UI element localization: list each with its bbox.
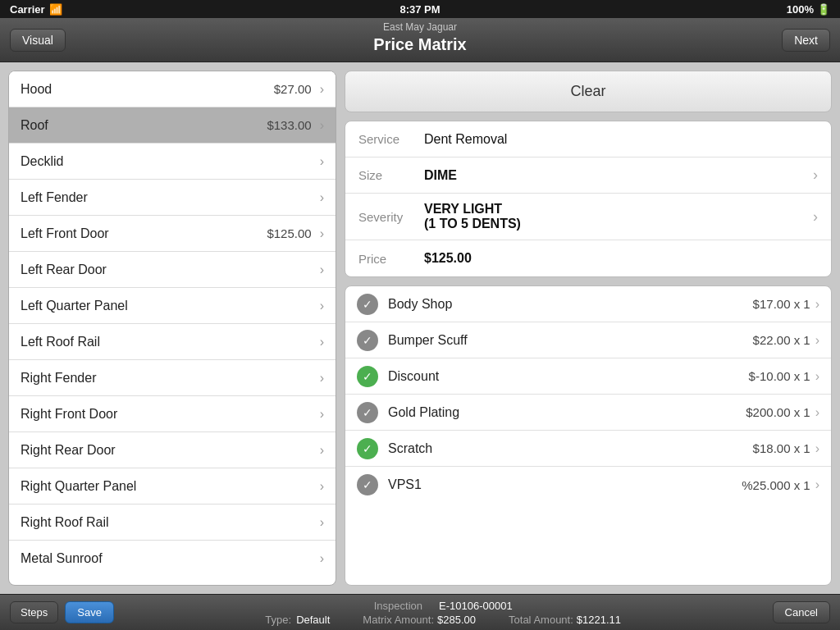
price-label: Price bbox=[358, 252, 424, 266]
service-row-service: Service Dent Removal bbox=[345, 121, 831, 158]
panel-item[interactable]: Right Roof Rail › bbox=[9, 504, 336, 541]
panel-item-label: Decklid bbox=[21, 154, 63, 169]
panel-item-label: Left Fender bbox=[21, 190, 88, 205]
size-label: Size bbox=[358, 168, 424, 182]
service-item-chevron-icon: › bbox=[815, 369, 819, 384]
service-item-price: $17.00 x 1 bbox=[753, 297, 810, 311]
service-row-severity[interactable]: Severity VERY LIGHT (1 TO 5 DENTS) › bbox=[345, 194, 831, 240]
service-item-price: $22.00 x 1 bbox=[753, 333, 810, 347]
panel-item-right: › bbox=[320, 407, 324, 422]
service-label: Service bbox=[358, 132, 424, 146]
service-item-chevron-icon: › bbox=[815, 333, 819, 348]
service-list-item[interactable]: ✓ Discount $-10.00 x 1 › bbox=[345, 358, 831, 395]
left-panel: Hood $27.00 › Roof $133.00 › Decklid › L… bbox=[8, 71, 336, 586]
panel-item[interactable]: Left Rear Door › bbox=[9, 252, 336, 288]
panel-item-chevron-icon: › bbox=[320, 335, 324, 349]
panel-item[interactable]: Left Quarter Panel › bbox=[9, 288, 336, 324]
panel-item-right: › bbox=[320, 371, 324, 386]
panel-item-label: Right Roof Rail bbox=[21, 515, 109, 530]
service-item-price: $-10.00 x 1 bbox=[749, 369, 810, 383]
type-value: Default bbox=[296, 614, 330, 626]
check-icon: ✓ bbox=[357, 366, 378, 387]
panel-item[interactable]: Metal Sunroof › bbox=[9, 541, 336, 577]
carrier-label: Carrier bbox=[10, 3, 45, 16]
panel-item[interactable]: Hood $27.00 › bbox=[9, 71, 336, 107]
check-icon: ✓ bbox=[357, 474, 378, 495]
panel-item-label: Left Front Door bbox=[21, 226, 109, 241]
panel-item-chevron-icon: › bbox=[320, 190, 324, 205]
panel-item-right: › bbox=[320, 262, 324, 277]
panel-item[interactable]: Left Fender › bbox=[9, 180, 336, 216]
visual-button[interactable]: Visual bbox=[10, 29, 66, 52]
panel-item-price: $133.00 bbox=[267, 118, 311, 132]
service-item-chevron-icon: › bbox=[815, 297, 819, 312]
panel-item[interactable]: Right Fender › bbox=[9, 360, 336, 396]
wifi-icon: 📶 bbox=[49, 3, 62, 16]
panel-item-right: › bbox=[320, 154, 324, 169]
bottom-center: Inspection E-10106-00001 Type: Default M… bbox=[114, 600, 773, 626]
service-row-size[interactable]: Size DIME › bbox=[345, 158, 831, 194]
inspection-label: Inspection bbox=[374, 600, 422, 612]
panel-item-chevron-icon: › bbox=[320, 371, 324, 386]
size-chevron-icon: › bbox=[813, 167, 818, 184]
panel-item[interactable]: Left Roof Rail › bbox=[9, 324, 336, 360]
panel-item-right: › bbox=[320, 190, 324, 205]
next-button[interactable]: Next bbox=[782, 29, 830, 52]
panel-item-label: Metal Sunroof bbox=[21, 551, 103, 566]
service-row-price: Price $125.00 bbox=[345, 240, 831, 276]
service-item-name: Body Shop bbox=[388, 297, 753, 312]
severity-chevron-icon: › bbox=[813, 208, 818, 226]
panel-item-chevron-icon: › bbox=[320, 299, 324, 313]
cancel-button[interactable]: Cancel bbox=[773, 601, 830, 623]
service-item-price: %25.000 x 1 bbox=[742, 478, 810, 492]
panel-item-right: › bbox=[320, 515, 324, 530]
panel-item-chevron-icon: › bbox=[320, 154, 324, 169]
severity-value: VERY LIGHT (1 TO 5 DENTS) bbox=[424, 202, 813, 231]
service-list-item[interactable]: ✓ Gold Plating $200.00 x 1 › bbox=[345, 395, 831, 431]
panel-item[interactable]: Right Quarter Panel › bbox=[9, 468, 336, 504]
page-title: Price Matrix bbox=[373, 35, 466, 54]
header: East May Jaguar Visual Price Matrix Next bbox=[0, 18, 840, 62]
panel-item[interactable]: Right Rear Door › bbox=[9, 432, 336, 468]
steps-button[interactable]: Steps bbox=[10, 601, 58, 623]
panel-item-chevron-icon: › bbox=[320, 515, 324, 530]
status-time: 8:37 PM bbox=[399, 3, 440, 16]
panel-item[interactable]: Right Front Door › bbox=[9, 396, 336, 432]
total-value: $1221.11 bbox=[577, 614, 621, 626]
clear-button[interactable]: Clear bbox=[345, 71, 832, 112]
service-list-item[interactable]: ✓ Body Shop $17.00 x 1 › bbox=[345, 286, 831, 322]
panel-item-chevron-icon: › bbox=[320, 82, 324, 97]
header-subtitle: East May Jaguar bbox=[383, 21, 457, 33]
panel-item-label: Left Rear Door bbox=[21, 262, 107, 277]
panel-item[interactable]: Roof $133.00 › bbox=[9, 107, 336, 144]
panel-item-chevron-icon: › bbox=[320, 443, 324, 458]
severity-label: Severity bbox=[358, 210, 424, 224]
service-list-item[interactable]: ✓ VPS1 %25.000 x 1 › bbox=[345, 467, 831, 503]
panel-item[interactable]: Left Front Door $125.00 › bbox=[9, 216, 336, 252]
panel-item-label: Roof bbox=[21, 118, 48, 133]
save-button[interactable]: Save bbox=[65, 601, 114, 623]
panel-item-chevron-icon: › bbox=[320, 226, 324, 241]
panel-item-chevron-icon: › bbox=[320, 407, 324, 422]
service-list-item[interactable]: ✓ Bumper Scuff $22.00 x 1 › bbox=[345, 322, 831, 358]
service-list-item[interactable]: ✓ Scratch $18.00 x 1 › bbox=[345, 431, 831, 467]
check-icon: ✓ bbox=[357, 330, 378, 351]
service-item-chevron-icon: › bbox=[815, 477, 819, 492]
check-icon: ✓ bbox=[357, 294, 378, 315]
size-value: DIME bbox=[424, 168, 813, 183]
service-item-price: $200.00 x 1 bbox=[746, 405, 810, 419]
check-icon: ✓ bbox=[357, 402, 378, 423]
bottom-right: Cancel bbox=[773, 601, 830, 623]
service-item-name: Scratch bbox=[388, 441, 753, 456]
panel-item[interactable]: Decklid › bbox=[9, 144, 336, 180]
panel-item-label: Right Fender bbox=[21, 371, 97, 386]
service-item-chevron-icon: › bbox=[815, 405, 819, 420]
status-bar: Carrier 📶 8:37 PM 100% 🔋 bbox=[0, 0, 840, 18]
service-item-name: VPS1 bbox=[388, 477, 742, 492]
bottom-bar: Steps Save Inspection E-10106-00001 Type… bbox=[0, 594, 840, 630]
panel-item-label: Hood bbox=[21, 82, 52, 97]
panel-item-chevron-icon: › bbox=[320, 118, 324, 133]
panel-item-label: Right Front Door bbox=[21, 407, 117, 422]
panel-item-right: › bbox=[320, 551, 324, 566]
panel-item-chevron-icon: › bbox=[320, 479, 324, 494]
